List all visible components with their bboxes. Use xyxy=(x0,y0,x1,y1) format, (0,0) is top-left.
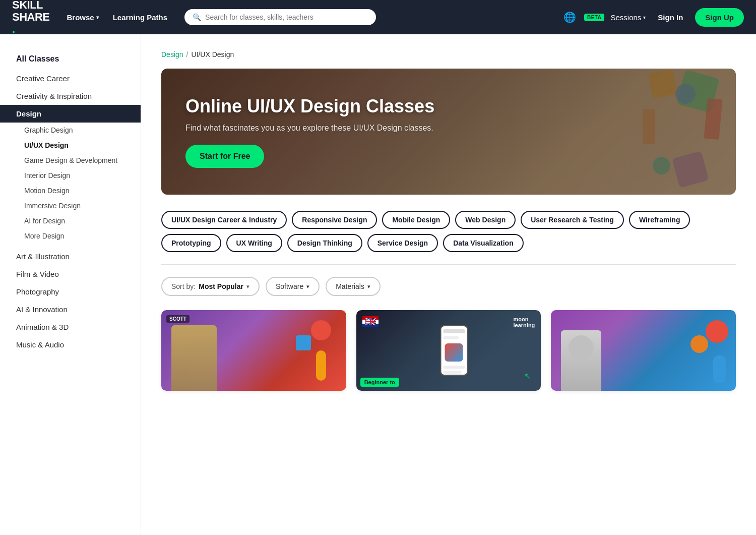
tag-ux-writing[interactable]: UX Writing xyxy=(226,234,282,252)
sidebar-item-creative-career[interactable]: Creative Career xyxy=(0,70,141,87)
sidebar-sub-interior-design[interactable]: Interior Design xyxy=(0,168,141,183)
sort-label: Sort by: xyxy=(171,282,196,290)
beta-badge: BETA xyxy=(584,14,604,21)
card-person-image xyxy=(561,330,601,391)
card-shape-2 xyxy=(296,335,311,350)
sidebar-item-film-video[interactable]: Film & Video xyxy=(0,265,141,283)
logo-line2: SHARE. xyxy=(12,11,50,35)
tag-data-viz[interactable]: Data Visualization xyxy=(443,234,524,252)
breadcrumb-separator: / xyxy=(186,50,188,58)
course-card[interactable] xyxy=(551,310,736,391)
sidebar-sub-ai-design[interactable]: AI for Design xyxy=(0,213,141,228)
sidebar-sub-motion-design[interactable]: Motion Design xyxy=(0,183,141,198)
materials-chevron-icon: ▾ xyxy=(367,283,370,290)
breadcrumb: Design / UI/UX Design xyxy=(161,50,736,58)
software-label: Software xyxy=(276,282,303,290)
sidebar-sub-more-design[interactable]: More Design xyxy=(0,228,141,244)
navbar: SKILL SHARE. Browse ▾ Learning Paths 🔍 🌐… xyxy=(0,0,756,34)
nav-right: 🌐 BETA Sessions ▾ Sign In Sign Up xyxy=(561,8,744,27)
sort-value: Most Popular xyxy=(199,282,243,290)
sessions-chevron-icon: ▾ xyxy=(643,15,646,20)
card-logo: moonlearning xyxy=(514,316,535,328)
course-card[interactable]: 🇬🇧 moonlearning ↖ Beginner to xyxy=(356,310,541,391)
sidebar-item-photography[interactable]: Photography xyxy=(0,283,141,301)
software-dropdown[interactable]: Software ▾ xyxy=(266,277,320,296)
hero-cta-button[interactable]: Start for Free xyxy=(185,145,264,168)
tag-mobile[interactable]: Mobile Design xyxy=(382,211,450,229)
sidebar-sub-graphic-design[interactable]: Graphic Design xyxy=(0,123,141,138)
sidebar-item-creativity[interactable]: Creativity & Inspiration xyxy=(0,87,141,105)
software-chevron-icon: ▾ xyxy=(306,283,309,290)
hero-banner: Online UI/UX Design Classes Find what fa… xyxy=(161,69,736,195)
card-shape-2 xyxy=(690,335,708,353)
sidebar-item-design[interactable]: Design xyxy=(0,105,141,123)
sidebar: All Classes Creative Career Creativity &… xyxy=(0,34,141,535)
section-divider xyxy=(161,264,736,265)
card-thumbnail: 🇬🇧 moonlearning ↖ Beginner to xyxy=(356,310,541,391)
sort-dropdown[interactable]: Sort by: Most Popular ▾ xyxy=(161,277,260,296)
tag-responsive[interactable]: Responsive Design xyxy=(292,211,377,229)
learning-paths-nav[interactable]: Learning Paths xyxy=(108,10,172,25)
card-shape-1 xyxy=(311,320,331,340)
hero-overlay: Online UI/UX Design Classes Find what fa… xyxy=(161,69,736,195)
tag-uiux-career[interactable]: UI/UX Design Career & Industry xyxy=(161,211,287,229)
search-bar[interactable]: 🔍 xyxy=(184,9,376,25)
main-content: Design / UI/UX Design Online UI/UX Desig… xyxy=(141,34,756,535)
tag-design-thinking[interactable]: Design Thinking xyxy=(287,234,362,252)
sidebar-item-art-illustration[interactable]: Art & Illustration xyxy=(0,248,141,265)
page-wrapper: All Classes Creative Career Creativity &… xyxy=(0,34,756,535)
sidebar-sub-game-design[interactable]: Game Design & Development xyxy=(0,153,141,168)
card-phone-image xyxy=(440,325,468,376)
sidebar-item-ai-innovation[interactable]: AI & Innovation xyxy=(0,301,141,318)
sidebar-sub-uiux-design[interactable]: UI/UX Design xyxy=(0,138,141,153)
card-flag-icon: 🇬🇧 xyxy=(362,316,379,327)
card-cursor-icon: ↖ xyxy=(524,371,531,381)
tag-user-research[interactable]: User Research & Testing xyxy=(521,211,624,229)
sidebar-all-classes[interactable]: All Classes xyxy=(0,50,141,68)
course-card[interactable]: SCOTT xyxy=(161,310,346,391)
sidebar-item-music-audio[interactable]: Music & Audio xyxy=(0,336,141,353)
sign-up-button[interactable]: Sign Up xyxy=(695,8,744,27)
sign-in-button[interactable]: Sign In xyxy=(652,10,689,25)
hero-title: Online UI/UX Design Classes xyxy=(185,95,712,117)
sort-chevron-icon: ▾ xyxy=(246,283,249,290)
globe-icon[interactable]: 🌐 xyxy=(561,9,578,25)
card-shape-3 xyxy=(316,350,326,381)
nav-links: Browse ▾ Learning Paths xyxy=(62,10,173,25)
tag-prototyping[interactable]: Prototyping xyxy=(161,234,221,252)
tag-wireframing[interactable]: Wireframing xyxy=(629,211,690,229)
card-label: SCOTT xyxy=(166,315,190,323)
materials-dropdown[interactable]: Materials ▾ xyxy=(326,277,381,296)
search-icon: 🔍 xyxy=(193,13,201,21)
hero-subtitle: Find what fascinates you as you explore … xyxy=(185,124,712,133)
tag-service-design[interactable]: Service Design xyxy=(367,234,438,252)
browse-nav[interactable]: Browse ▾ xyxy=(62,10,104,25)
browse-chevron-icon: ▾ xyxy=(96,15,99,20)
logo[interactable]: SKILL SHARE. xyxy=(12,0,50,35)
materials-label: Materials xyxy=(336,282,364,290)
filter-row: Sort by: Most Popular ▾ Software ▾ Mater… xyxy=(161,277,736,296)
sessions-button[interactable]: Sessions ▾ xyxy=(610,13,646,22)
course-cards: SCOTT 🇬🇧 moonlearning ↖ Beginne xyxy=(161,310,736,391)
card-shape-3 xyxy=(713,355,726,383)
logo-line1: SKILL xyxy=(12,0,50,11)
card-thumbnail xyxy=(551,310,736,391)
breadcrumb-parent[interactable]: Design xyxy=(161,50,183,58)
tag-pills: UI/UX Design Career & Industry Responsiv… xyxy=(161,211,736,252)
search-input[interactable] xyxy=(205,13,368,21)
sidebar-sub-immersive-design[interactable]: Immersive Design xyxy=(0,198,141,213)
tag-web[interactable]: Web Design xyxy=(455,211,516,229)
card-badge: Beginner to xyxy=(360,378,399,387)
card-person-image xyxy=(171,325,217,391)
sidebar-item-animation-3d[interactable]: Animation & 3D xyxy=(0,318,141,336)
card-shape-1 xyxy=(706,320,728,343)
card-thumbnail: SCOTT xyxy=(161,310,346,391)
breadcrumb-current: UI/UX Design xyxy=(191,50,234,58)
